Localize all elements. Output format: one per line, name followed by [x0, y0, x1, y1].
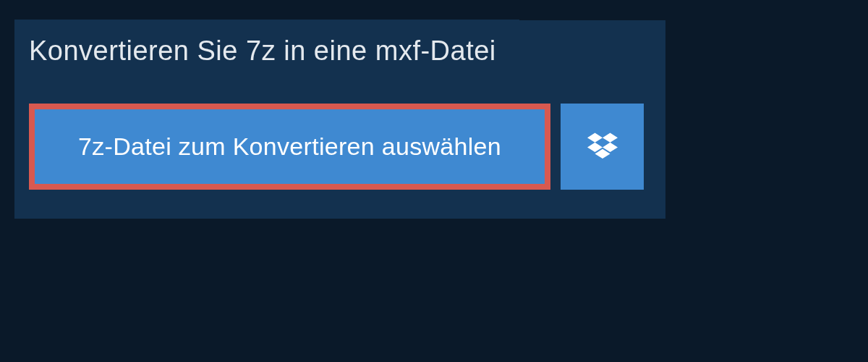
title-bar: Konvertieren Sie 7z in eine mxf-Datei	[14, 20, 519, 83]
converter-panel-wrap: Konvertieren Sie 7z in eine mxf-Datei 7z…	[0, 0, 665, 219]
page-title: Konvertieren Sie 7z in eine mxf-Datei	[29, 35, 496, 67]
dropbox-button[interactable]	[561, 104, 644, 190]
upload-row: 7z-Datei zum Konvertieren auswählen	[29, 104, 665, 190]
select-file-button[interactable]: 7z-Datei zum Konvertieren auswählen	[29, 104, 550, 190]
converter-panel: Konvertieren Sie 7z in eine mxf-Datei 7z…	[14, 20, 665, 219]
dropbox-icon	[587, 130, 618, 164]
select-file-label: 7z-Datei zum Konvertieren auswählen	[78, 132, 501, 161]
